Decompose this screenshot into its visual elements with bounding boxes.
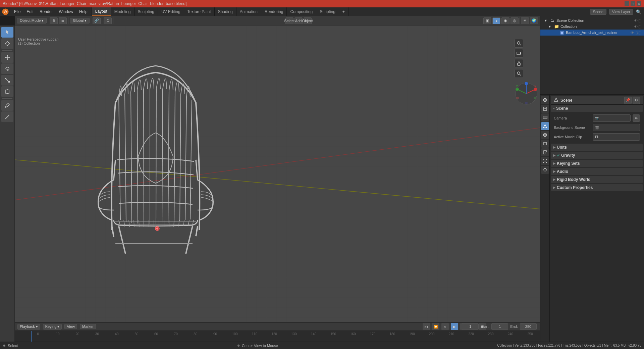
tab-sculpting[interactable]: Sculpting — [135, 7, 158, 16]
start-frame-box[interactable]: 1 — [491, 323, 508, 330]
audio-section-header[interactable]: ▶ Audio — [551, 168, 643, 175]
close-button[interactable]: × — [637, 1, 641, 6]
global-button[interactable]: Global ▾ — [70, 18, 90, 23]
units-section-header[interactable]: ▶ Units — [551, 144, 643, 151]
chair-camera[interactable]: ⬚ — [635, 31, 638, 35]
show-overlay-btn[interactable]: ⊞ — [59, 17, 67, 24]
shading-solid[interactable]: ● — [492, 17, 500, 24]
tool-cursor[interactable] — [1, 38, 13, 49]
navigation-gizmo[interactable]: X Y Z — [515, 82, 538, 105]
playback-menu[interactable]: Playback ▾ — [17, 324, 40, 330]
maximize-button[interactable]: □ — [631, 1, 635, 6]
minimize-button[interactable]: − — [625, 1, 629, 6]
statusbar-select-text: Select — [8, 344, 18, 348]
prop-tab-particles[interactable] — [541, 157, 549, 165]
prop-tab-modifier[interactable] — [541, 148, 549, 156]
background-scene-value[interactable]: 🎬 — [593, 124, 640, 131]
chair-filter[interactable]: ⬚ — [638, 31, 641, 35]
btn-step-back[interactable]: ⏴ — [441, 323, 449, 330]
menu-render[interactable]: Render — [37, 9, 55, 15]
tool-measure[interactable] — [1, 111, 13, 122]
gravity-section-header[interactable]: ▶ ✓ Gravity — [551, 152, 643, 159]
shading-material[interactable]: ◉ — [501, 17, 509, 24]
gravity-check[interactable]: ✓ — [557, 153, 560, 158]
outliner-chair-object[interactable]: ▣ Bamboo_Armchair_set_recliner 👁 ⬚ ⬚ — [540, 30, 644, 36]
ruler-numbers-row: 0 10 20 30 40 50 60 70 80 90 100 110 120… — [15, 331, 540, 336]
marker-menu[interactable]: Marker — [80, 324, 96, 329]
collection-render[interactable]: ⬚ — [638, 25, 641, 29]
proportional-btn[interactable]: ⊙ — [104, 17, 112, 24]
camera-edit-btn[interactable]: ✏ — [633, 114, 640, 122]
btn-play[interactable]: ▶ — [451, 323, 458, 330]
active-movie-value[interactable]: 🎞 — [593, 133, 640, 141]
tab-compositing[interactable]: Compositing — [287, 7, 316, 16]
end-frame-box[interactable]: 250 — [520, 323, 537, 330]
prop-tab-scene[interactable] — [541, 122, 549, 130]
view-menu[interactable]: View — [64, 324, 77, 329]
collection-eye[interactable]: 👁 — [634, 25, 638, 29]
btn-add[interactable]: Add — [294, 17, 303, 24]
app-logo-section: ⊙ File Edit Render Window Help — [0, 7, 92, 16]
shading-render[interactable]: ◎ — [511, 17, 519, 24]
tab-modeling[interactable]: Modeling — [111, 7, 135, 16]
chair-eye[interactable]: 👁 — [631, 31, 634, 35]
btn-select[interactable]: Select — [285, 17, 293, 24]
menu-help[interactable]: Help — [76, 9, 90, 15]
menu-edit[interactable]: Edit — [24, 9, 36, 15]
scene-world[interactable]: 🌍 — [530, 17, 538, 24]
tab-add[interactable]: + — [339, 7, 348, 16]
blender-logo[interactable]: ⊙ — [1, 8, 9, 16]
current-frame-box[interactable]: 1 — [462, 323, 479, 330]
tool-select[interactable] — [1, 27, 13, 38]
viewport-search-btn[interactable] — [515, 69, 523, 78]
menu-file[interactable]: File — [11, 9, 23, 15]
btn-object[interactable]: Object — [304, 17, 312, 24]
prop-tab-viewlayer[interactable] — [541, 113, 549, 121]
tool-annotate[interactable] — [1, 100, 13, 111]
props-pin-btn[interactable]: 📌 — [624, 97, 632, 104]
svg-point-97 — [543, 159, 544, 160]
outliner-collection[interactable]: ▾ 📁 Collection 👁 ⬚ — [540, 23, 644, 30]
tab-rendering[interactable]: Rendering — [261, 7, 287, 16]
tab-shading[interactable]: Shading — [215, 7, 236, 16]
prop-tab-physics[interactable] — [541, 166, 549, 174]
custom-props-header[interactable]: ▶ Custom Properties — [551, 184, 643, 191]
tab-scripting[interactable]: Scripting — [316, 7, 339, 16]
prop-tab-object[interactable] — [541, 140, 549, 148]
outliner-scene-collection[interactable]: ▾ 🗂 Scene Collection 👁 ⬚ — [540, 17, 644, 23]
btn-prev-key[interactable]: ⏪ — [432, 323, 439, 330]
ruler-50: 50 — [126, 332, 146, 336]
prop-tab-render[interactable] — [541, 96, 549, 104]
object-mode-button[interactable]: Object Mode ▾ — [17, 18, 47, 23]
tool-scale[interactable] — [1, 75, 13, 86]
viewport-zoom-btn[interactable] — [515, 39, 523, 48]
scene-collection-restrict[interactable]: ⬚ — [638, 19, 641, 22]
show-gizmo-btn[interactable]: ⊕ — [50, 17, 58, 24]
props-settings-btn[interactable]: ⚙ — [633, 97, 640, 104]
shading-wireframe[interactable]: ▣ — [483, 17, 491, 24]
tool-move[interactable] — [1, 52, 13, 63]
tab-texture-paint[interactable]: Texture Paint — [184, 7, 215, 16]
keying-sets-header[interactable]: ▶ Keying Sets — [551, 160, 643, 167]
tab-uv-editing[interactable]: UV Editing — [158, 7, 184, 16]
rigid-body-header[interactable]: ▶ Rigid Body World — [551, 176, 643, 183]
scene-section-header[interactable]: ▾ Scene — [551, 105, 643, 112]
tool-rotate[interactable] — [1, 63, 13, 74]
viewport-3d[interactable]: Object Mode ▾ ⊕ ⊞ Global ▾ 🔗 ⊙ Select Ad… — [15, 16, 540, 322]
prop-tab-output[interactable] — [541, 105, 549, 113]
viewport-lock-btn[interactable] — [515, 59, 523, 68]
menu-window[interactable]: Window — [56, 9, 76, 15]
snap-btn[interactable]: 🔗 — [93, 17, 101, 24]
viewport-camera-btn[interactable] — [515, 49, 523, 58]
btn-jump-start[interactable]: ⏮ — [423, 323, 430, 330]
keying-menu[interactable]: Keying ▾ — [43, 324, 62, 330]
tool-transform[interactable] — [1, 86, 13, 97]
tab-layout[interactable]: Layout — [92, 7, 111, 16]
viewport-canvas[interactable]: User Perspective (Local) (1) Collection — [15, 26, 540, 322]
scene-lights[interactable]: ☀ — [521, 17, 529, 24]
tab-animation[interactable]: Animation — [236, 7, 261, 16]
camera-value[interactable]: 📷 — [593, 114, 631, 122]
search-icon[interactable]: 🔍 — [636, 9, 641, 14]
prop-tab-world[interactable] — [541, 131, 549, 139]
scene-collection-eye[interactable]: 👁 — [634, 19, 638, 22]
